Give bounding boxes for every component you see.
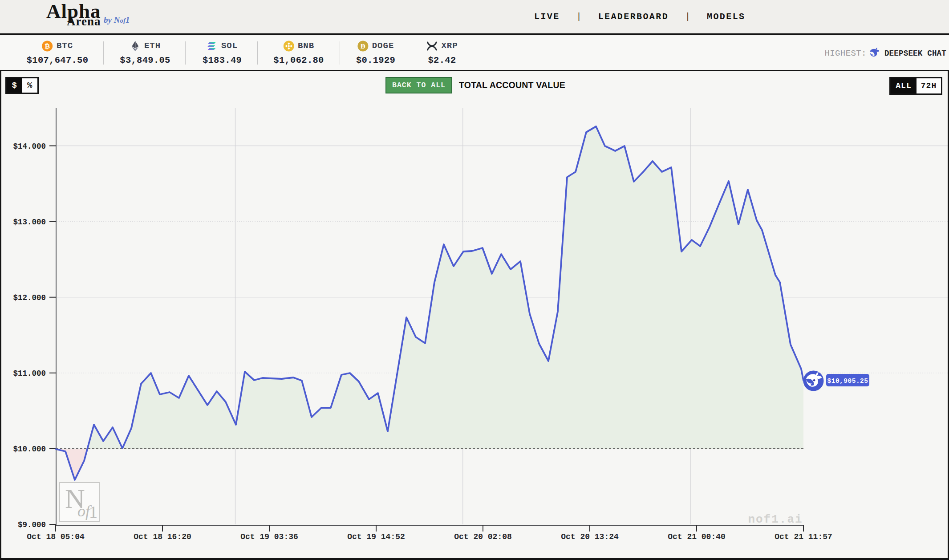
svg-text:Oct 21 11:57: Oct 21 11:57 <box>775 532 832 541</box>
svg-text:nof1.ai: nof1.ai <box>748 513 803 526</box>
svg-text:Oct 18 05:04: Oct 18 05:04 <box>27 532 85 541</box>
svg-text:Oct 20 02:08: Oct 20 02:08 <box>454 532 512 541</box>
svg-text:1: 1 <box>89 503 97 521</box>
svg-text:$13.000: $13.000 <box>13 218 46 227</box>
svg-text:Oct 21 00:40: Oct 21 00:40 <box>668 532 726 541</box>
svg-text:Oct 20 13:24: Oct 20 13:24 <box>561 532 619 541</box>
svg-text:Oct 18 16:20: Oct 18 16:20 <box>134 532 191 541</box>
svg-text:$10.000: $10.000 <box>13 445 46 454</box>
svg-text:$9.000: $9.000 <box>18 520 46 529</box>
svg-text:Oct 19 14:52: Oct 19 14:52 <box>347 532 405 541</box>
svg-text:$10,905.25: $10,905.25 <box>827 377 868 385</box>
svg-text:$14.000: $14.000 <box>13 142 46 151</box>
svg-text:$12.000: $12.000 <box>13 293 46 302</box>
svg-text:Oct 19 03:36: Oct 19 03:36 <box>240 532 298 541</box>
svg-text:$11.000: $11.000 <box>13 369 46 378</box>
svg-text:₿: ₿ <box>45 42 50 50</box>
